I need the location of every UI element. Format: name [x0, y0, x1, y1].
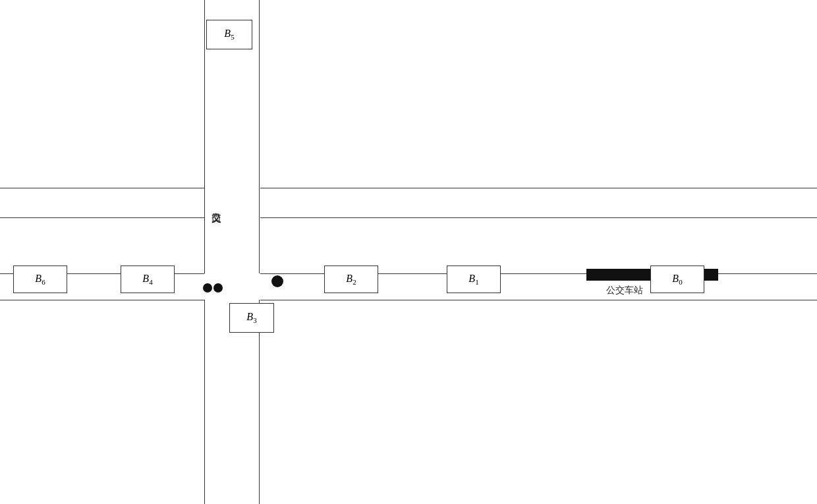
bus-box-B0: B0: [650, 266, 704, 293]
diagram: 公交车站 交叉口 B5 B6 B4 B3 B2 B1 B0: [0, 0, 817, 504]
bus-label-B2: B2: [346, 273, 356, 286]
bus-box-B3: B3: [229, 303, 274, 333]
bus-stop-label: 公交车站: [606, 285, 643, 296]
bus-label-B4: B4: [142, 273, 152, 286]
bus-label-B1: B1: [468, 273, 478, 286]
bus-box-B5: B5: [206, 20, 252, 49]
h-road-top-upper-right: [260, 188, 817, 188]
h-road-main-bottom: [0, 300, 204, 300]
intersection-label: 交叉口: [210, 204, 223, 208]
v-road-left: [204, 0, 205, 273]
h-road-top-upper: [0, 188, 204, 188]
bus-label-B3: B3: [246, 311, 256, 324]
person-dot: [213, 283, 223, 293]
v-road-right: [259, 0, 260, 273]
h-road-main-bottom-right: [260, 300, 817, 300]
bus-box-B1: B1: [447, 266, 501, 293]
person-dot: [271, 275, 283, 287]
bus-label-B6: B6: [35, 273, 45, 286]
bus-label-B0: B0: [672, 273, 682, 286]
h-road-middle-upper-right: [260, 217, 817, 218]
bus-box-B4: B4: [121, 266, 175, 293]
bus-box-B2: B2: [324, 266, 378, 293]
person-dot: [203, 283, 212, 293]
h-road-middle-upper: [0, 217, 204, 218]
bus-label-B5: B5: [224, 28, 234, 41]
bus-box-B6: B6: [13, 266, 67, 293]
v-road-left-bottom: [204, 300, 205, 504]
